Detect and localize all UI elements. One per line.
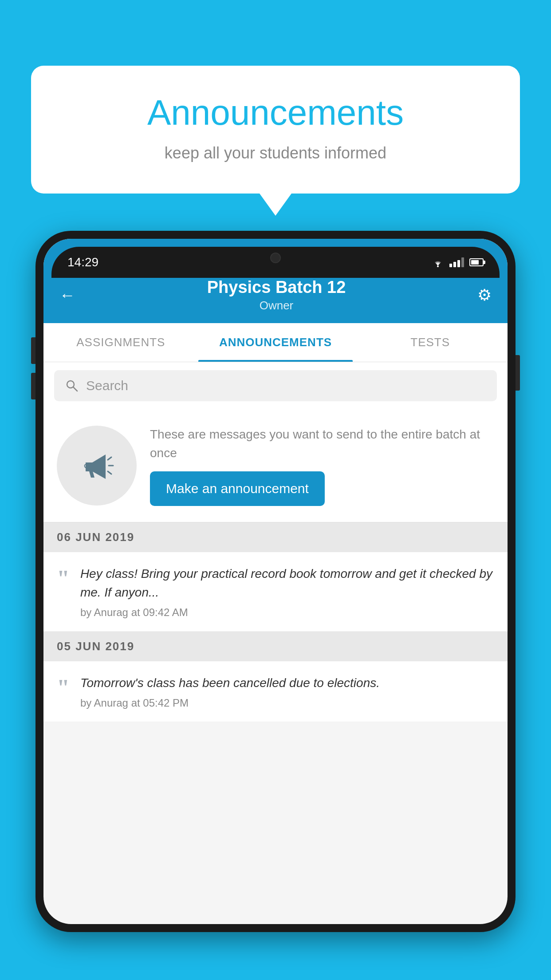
phone-outer-shell: 14:29 (35, 231, 516, 932)
speech-bubble-card: Announcements keep all your students inf… (31, 66, 520, 194)
search-bar-wrapper: Search (43, 362, 508, 409)
megaphone-icon (77, 446, 117, 486)
tab-tests[interactable]: TESTS (353, 323, 508, 362)
app-bar: 14:29 (43, 239, 508, 323)
content-area: Search (43, 362, 508, 722)
announcement-item-1[interactable]: " Hey class! Bring your practical record… (43, 552, 508, 632)
back-button[interactable]: ← (59, 286, 75, 304)
quote-icon-1: " (57, 567, 70, 590)
announcement-text-2: Tomorrow's class has been cancelled due … (80, 674, 494, 692)
phone-mockup: 14:29 (35, 231, 516, 980)
battery-fill (471, 260, 479, 265)
settings-button[interactable]: ⚙ (477, 286, 492, 304)
app-bar-subtitle: Owner (207, 299, 346, 312)
speech-bubble-title: Announcements (67, 92, 484, 133)
signal-icon (449, 257, 464, 267)
promo-icon-circle (57, 426, 137, 506)
announcement-content-1: Hey class! Bring your practical record b… (80, 565, 494, 619)
svg-point-0 (437, 265, 439, 267)
battery-icon (469, 258, 484, 266)
volume-up-button (31, 337, 35, 364)
promo-description: These are messages you want to send to t… (150, 425, 494, 462)
tab-assignments[interactable]: ASSIGNMENTS (43, 323, 198, 362)
app-bar-content: ← Physics Batch 12 Owner ⚙ (43, 270, 508, 323)
search-bar[interactable]: Search (54, 370, 497, 401)
wifi-icon (432, 257, 444, 267)
promo-right: These are messages you want to send to t… (150, 425, 494, 506)
announcement-item-2[interactable]: " Tomorrow's class has been cancelled du… (43, 661, 508, 722)
svg-line-3 (108, 457, 111, 460)
announcement-text-1: Hey class! Bring your practical record b… (80, 565, 494, 602)
front-camera (270, 253, 281, 263)
app-bar-title: Physics Batch 12 (207, 278, 346, 297)
announcement-meta-1: by Anurag at 09:42 AM (80, 606, 494, 619)
promo-block: These are messages you want to send to t… (43, 409, 508, 522)
make-announcement-button[interactable]: Make an announcement (150, 471, 325, 506)
speech-bubble-section: Announcements keep all your students inf… (31, 66, 520, 216)
date-divider-1: 06 JUN 2019 (43, 522, 508, 552)
quote-icon-2: " (57, 676, 70, 699)
date-divider-2: 05 JUN 2019 (43, 632, 508, 661)
volume-down-button (31, 373, 35, 399)
notch (240, 247, 311, 269)
announcement-meta-2: by Anurag at 05:42 PM (80, 697, 494, 709)
status-icons (432, 257, 484, 267)
svg-line-5 (108, 471, 111, 474)
tab-announcements[interactable]: ANNOUNCEMENTS (198, 323, 353, 362)
status-bar: 14:29 (51, 247, 500, 278)
app-bar-title-section: Physics Batch 12 Owner (207, 278, 346, 312)
search-icon (65, 379, 79, 393)
announcement-content-2: Tomorrow's class has been cancelled due … (80, 674, 494, 709)
search-placeholder: Search (86, 378, 128, 393)
status-time: 14:29 (67, 255, 98, 269)
power-button (516, 355, 520, 391)
phone-screen: 14:29 (43, 239, 508, 924)
speech-bubble-tail (260, 194, 291, 216)
tabs-bar: ASSIGNMENTS ANNOUNCEMENTS TESTS (43, 323, 508, 362)
speech-bubble-subtitle: keep all your students informed (67, 144, 484, 162)
svg-line-2 (73, 387, 77, 391)
